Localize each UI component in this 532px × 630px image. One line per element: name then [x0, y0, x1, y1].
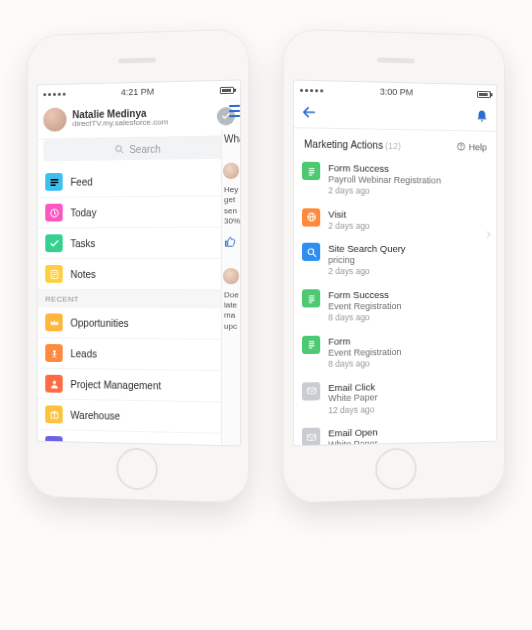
mail-icon: [302, 382, 320, 400]
marketing-item-timestamp: 8 days ago: [328, 358, 401, 370]
phone-speaker: [118, 57, 156, 63]
chevron-right-icon[interactable]: [485, 229, 493, 241]
marketing-list: Form SuccessPayroll Webinar Registration…: [294, 156, 496, 447]
marketing-item-form[interactable]: FormEvent Registration8 days ago: [300, 328, 491, 376]
lead-icon: [45, 344, 62, 362]
hamburger-icon[interactable]: [226, 99, 240, 124]
feed-snippet: ma: [222, 311, 240, 322]
feed-snippet: sen: [222, 206, 240, 217]
recent-item-opportunities[interactable]: Opportunities: [38, 307, 241, 340]
svg-point-0: [116, 146, 122, 152]
feed-snippet: 30%: [222, 217, 240, 228]
marketing-item-title: Form Success: [328, 289, 401, 301]
marketing-item-visit[interactable]: Visit2 days ago: [300, 202, 491, 238]
marketing-item-form[interactable]: Form SuccessPayroll Webinar Registration…: [300, 156, 491, 204]
marketing-item-title: Visit: [328, 208, 370, 220]
nav-item-label: Notes: [70, 268, 95, 279]
screen-left: 4:21 PM Natalie Medinya directTV.my.sale…: [37, 79, 242, 446]
visit-icon: [302, 208, 320, 226]
page-title: Marketing Actions: [304, 138, 383, 150]
marketing-item-subtitle: Event Registration: [328, 347, 401, 359]
marketing-item-subtitle: White Paper: [328, 439, 378, 447]
marketing-item-timestamp: 8 days ago: [328, 312, 401, 323]
nav-item-label: Feed: [70, 176, 92, 187]
nav-item-label: Tasks: [70, 238, 95, 249]
nav-item-today[interactable]: Today: [38, 196, 241, 228]
nav-bar: [294, 99, 496, 132]
marketing-item-title: Site Search Query: [328, 243, 405, 255]
nav-item-label: Project Management: [70, 379, 161, 391]
marketing-item-subtitle: Event Registration: [328, 301, 401, 313]
search-placeholder: Search: [129, 143, 160, 154]
nav-item-notes[interactable]: Notes: [38, 259, 241, 290]
feed-icon: [45, 173, 62, 191]
signal-dots-icon: [300, 88, 323, 92]
nav-item-label: Warehouse: [70, 409, 120, 421]
notifications-bell-icon[interactable]: [475, 109, 489, 125]
feed-snippet: get: [222, 195, 240, 206]
marketing-item-subtitle: White Paper: [328, 393, 377, 405]
marketing-item-mail[interactable]: Email ClickWhite Paper12 days ago: [300, 373, 491, 422]
marketing-item-form[interactable]: Form SuccessEvent Registration8 days ago: [300, 283, 491, 330]
recent-item-warehouse[interactable]: Warehouse: [38, 399, 241, 434]
sidebar-header: Natalie Medinya directTV.my.salesforce.c…: [38, 99, 241, 140]
help-label: Help: [469, 142, 487, 152]
feed-snippet: Doe: [222, 290, 240, 301]
nav-list: FeedTodayTasksNotes: [38, 165, 241, 291]
home-button[interactable]: [116, 448, 157, 491]
nav-item-label: Today: [70, 207, 96, 218]
marketing-item-timestamp: 2 days ago: [328, 266, 405, 277]
phone-speaker: [377, 57, 415, 63]
box-icon: [45, 405, 62, 423]
marketing-item-timestamp: 2 days ago: [328, 220, 370, 231]
marketing-item-timestamp: 2 days ago: [328, 185, 441, 197]
home-button[interactable]: [375, 448, 416, 491]
marketing-item-mail[interactable]: Email OpenWhite Paper12 days ago: [300, 418, 491, 446]
nav-item-label: Opportunities Nearby: [70, 440, 163, 446]
feed-avatar: [223, 268, 239, 284]
avatar[interactable]: [43, 107, 66, 131]
clock-icon: [45, 204, 62, 222]
crown-icon: [45, 313, 62, 331]
screen-right: 3:00 PM Marketing Actions(12) Help: [293, 80, 497, 447]
feed-peek-title: Wha: [222, 133, 240, 144]
search-icon: [114, 144, 124, 154]
recent-item-project-management[interactable]: Project Management: [38, 369, 241, 403]
mail-icon: [302, 428, 320, 447]
marketing-item-title: Form: [328, 335, 401, 348]
form-icon: [302, 162, 320, 180]
like-icon[interactable]: [224, 235, 236, 247]
battery-icon: [220, 86, 234, 93]
recent-list: OpportunitiesLeadsProject ManagementWare…: [38, 307, 241, 446]
person-icon: [45, 375, 62, 393]
phone-left: 4:21 PM Natalie Medinya directTV.my.sale…: [27, 29, 249, 504]
feed-snippet: late: [222, 300, 240, 311]
search-input[interactable]: Search: [43, 136, 234, 161]
search-icon: [302, 243, 320, 261]
phone-right: 3:00 PM Marketing Actions(12) Help: [283, 29, 505, 504]
help-link[interactable]: Help: [457, 142, 487, 152]
marketing-actions-header: Marketing Actions(12) Help: [294, 128, 496, 158]
recent-item-leads[interactable]: Leads: [38, 338, 241, 371]
back-button[interactable]: [302, 105, 316, 121]
check-icon: [45, 234, 62, 252]
user-host: directTV.my.salesforce.com: [72, 118, 216, 130]
status-clock: 3:00 PM: [380, 87, 413, 98]
status-clock: 4:21 PM: [121, 87, 154, 98]
feed-snippet: upc: [222, 321, 240, 332]
marketing-item-search[interactable]: Site Search Querypricing2 days ago: [300, 237, 491, 283]
page-count: (12): [385, 141, 401, 151]
feed-avatar: [223, 163, 239, 179]
recent-section-header: RECENT: [38, 290, 241, 309]
form-icon: [302, 335, 320, 353]
help-icon: [457, 142, 466, 151]
svg-line-1: [121, 151, 123, 153]
marketing-item-title: Email Click: [328, 381, 377, 394]
form-icon: [302, 289, 320, 307]
battery-icon: [477, 90, 491, 97]
nav-item-tasks[interactable]: Tasks: [38, 227, 241, 259]
nav-item-feed[interactable]: Feed: [38, 165, 241, 198]
signal-dots-icon: [43, 92, 65, 95]
nav-item-label: Opportunities: [70, 317, 128, 328]
marketing-item-timestamp: 12 days ago: [328, 404, 377, 416]
